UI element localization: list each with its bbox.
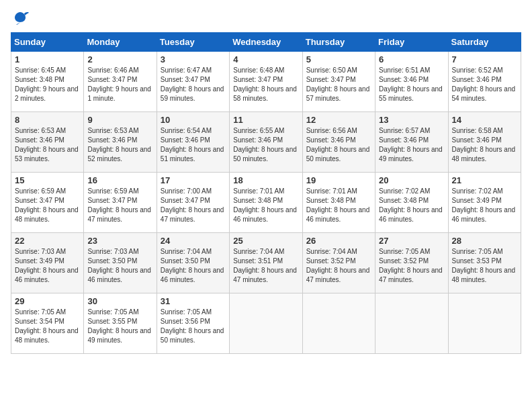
day-number: 28 xyxy=(452,236,517,246)
day-info: Sunrise: 6:51 AMSunset: 3:46 PMDaylight:… xyxy=(379,66,443,102)
calendar-cell: 11Sunrise: 6:55 AMSunset: 3:46 PMDayligh… xyxy=(230,112,302,173)
day-number: 2 xyxy=(87,54,152,64)
calendar-cell: 21Sunrise: 7:02 AMSunset: 3:49 PMDayligh… xyxy=(448,173,521,233)
calendar-cell: 12Sunrise: 6:56 AMSunset: 3:46 PMDayligh… xyxy=(302,112,375,173)
day-number: 10 xyxy=(161,115,226,125)
logo-bird-icon xyxy=(11,11,30,26)
calendar-cell: 13Sunrise: 6:57 AMSunset: 3:46 PMDayligh… xyxy=(375,112,448,173)
calendar-cell: 24Sunrise: 7:04 AMSunset: 3:50 PMDayligh… xyxy=(157,233,229,293)
calendar-cell: 27Sunrise: 7:05 AMSunset: 3:52 PMDayligh… xyxy=(375,233,448,293)
calendar-cell: 8Sunrise: 6:53 AMSunset: 3:46 PMDaylight… xyxy=(11,112,84,173)
day-number: 14 xyxy=(452,115,517,125)
day-number: 11 xyxy=(233,115,298,125)
day-number: 13 xyxy=(379,115,444,125)
day-number: 17 xyxy=(161,175,226,185)
calendar-cell: 20Sunrise: 7:02 AMSunset: 3:48 PMDayligh… xyxy=(375,173,448,233)
calendar-cell: 22Sunrise: 7:03 AMSunset: 3:49 PMDayligh… xyxy=(11,233,84,293)
calendar-cell: 14Sunrise: 6:58 AMSunset: 3:46 PMDayligh… xyxy=(448,112,521,173)
calendar-cell xyxy=(302,293,375,354)
day-number: 4 xyxy=(233,54,298,64)
day-info: Sunrise: 6:50 AMSunset: 3:47 PMDaylight:… xyxy=(306,66,370,102)
weekday-header-wednesday: Wednesday xyxy=(230,33,302,52)
day-info: Sunrise: 7:00 AMSunset: 3:47 PMDaylight:… xyxy=(161,187,224,223)
calendar-cell: 25Sunrise: 7:04 AMSunset: 3:51 PMDayligh… xyxy=(230,233,302,293)
day-number: 20 xyxy=(379,175,444,185)
calendar-cell: 5Sunrise: 6:50 AMSunset: 3:47 PMDaylight… xyxy=(302,52,375,112)
day-number: 18 xyxy=(233,175,298,185)
day-info: Sunrise: 6:53 AMSunset: 3:46 PMDaylight:… xyxy=(15,127,79,163)
day-info: Sunrise: 7:01 AMSunset: 3:48 PMDaylight:… xyxy=(233,187,297,223)
calendar-week-2: 8Sunrise: 6:53 AMSunset: 3:46 PMDaylight… xyxy=(11,112,521,173)
calendar-cell: 28Sunrise: 7:05 AMSunset: 3:53 PMDayligh… xyxy=(448,233,521,293)
calendar-cell: 15Sunrise: 6:59 AMSunset: 3:47 PMDayligh… xyxy=(11,173,84,233)
calendar-cell: 10Sunrise: 6:54 AMSunset: 3:46 PMDayligh… xyxy=(157,112,229,173)
day-info: Sunrise: 6:59 AMSunset: 3:47 PMDaylight:… xyxy=(87,187,151,223)
day-number: 24 xyxy=(161,236,226,246)
header xyxy=(11,11,521,26)
day-info: Sunrise: 7:04 AMSunset: 3:51 PMDaylight:… xyxy=(233,248,297,283)
day-info: Sunrise: 6:45 AMSunset: 3:48 PMDaylight:… xyxy=(15,66,79,102)
day-number: 9 xyxy=(87,115,152,125)
day-info: Sunrise: 6:58 AMSunset: 3:46 PMDaylight:… xyxy=(452,127,516,163)
calendar-cell: 3Sunrise: 6:47 AMSunset: 3:47 PMDaylight… xyxy=(157,52,229,112)
day-number: 21 xyxy=(452,175,517,185)
day-number: 12 xyxy=(306,115,371,125)
calendar-cell xyxy=(230,293,302,354)
day-number: 3 xyxy=(161,54,226,64)
weekday-header-friday: Friday xyxy=(375,33,448,52)
calendar-cell: 1Sunrise: 6:45 AMSunset: 3:48 PMDaylight… xyxy=(11,52,84,112)
weekday-header-saturday: Saturday xyxy=(448,33,521,52)
day-info: Sunrise: 7:05 AMSunset: 3:53 PMDaylight:… xyxy=(452,248,516,283)
day-info: Sunrise: 7:03 AMSunset: 3:49 PMDaylight:… xyxy=(15,248,79,283)
day-info: Sunrise: 7:05 AMSunset: 3:55 PMDaylight:… xyxy=(87,308,151,344)
calendar-cell: 7Sunrise: 6:52 AMSunset: 3:46 PMDaylight… xyxy=(448,52,521,112)
day-info: Sunrise: 6:57 AMSunset: 3:46 PMDaylight:… xyxy=(379,127,443,163)
day-number: 6 xyxy=(379,54,444,64)
calendar-week-1: 1Sunrise: 6:45 AMSunset: 3:48 PMDaylight… xyxy=(11,52,521,112)
calendar-cell: 29Sunrise: 7:05 AMSunset: 3:54 PMDayligh… xyxy=(11,293,84,354)
calendar-cell: 16Sunrise: 6:59 AMSunset: 3:47 PMDayligh… xyxy=(84,173,157,233)
calendar-cell: 26Sunrise: 7:04 AMSunset: 3:52 PMDayligh… xyxy=(302,233,375,293)
day-number: 27 xyxy=(379,236,444,246)
day-info: Sunrise: 7:02 AMSunset: 3:49 PMDaylight:… xyxy=(452,187,516,223)
calendar-header-row: SundayMondayTuesdayWednesdayThursdayFrid… xyxy=(11,33,521,52)
calendar-cell: 17Sunrise: 7:00 AMSunset: 3:47 PMDayligh… xyxy=(157,173,229,233)
weekday-header-thursday: Thursday xyxy=(302,33,375,52)
calendar-cell xyxy=(375,293,448,354)
day-info: Sunrise: 7:05 AMSunset: 3:54 PMDaylight:… xyxy=(15,308,79,344)
day-info: Sunrise: 6:56 AMSunset: 3:46 PMDaylight:… xyxy=(306,127,370,163)
day-info: Sunrise: 7:04 AMSunset: 3:52 PMDaylight:… xyxy=(306,248,370,283)
calendar-cell: 6Sunrise: 6:51 AMSunset: 3:46 PMDaylight… xyxy=(375,52,448,112)
weekday-header-tuesday: Tuesday xyxy=(157,33,229,52)
calendar-cell: 23Sunrise: 7:03 AMSunset: 3:50 PMDayligh… xyxy=(84,233,157,293)
day-number: 19 xyxy=(306,175,371,185)
day-number: 15 xyxy=(15,175,80,185)
day-number: 23 xyxy=(87,236,152,246)
day-info: Sunrise: 6:48 AMSunset: 3:47 PMDaylight:… xyxy=(233,66,297,102)
calendar-week-4: 22Sunrise: 7:03 AMSunset: 3:49 PMDayligh… xyxy=(11,233,521,293)
day-info: Sunrise: 6:54 AMSunset: 3:46 PMDaylight:… xyxy=(161,127,224,163)
day-number: 7 xyxy=(452,54,517,64)
day-info: Sunrise: 7:02 AMSunset: 3:48 PMDaylight:… xyxy=(379,187,443,223)
calendar-cell: 18Sunrise: 7:01 AMSunset: 3:48 PMDayligh… xyxy=(230,173,302,233)
day-info: Sunrise: 7:04 AMSunset: 3:50 PMDaylight:… xyxy=(161,248,224,283)
calendar-cell xyxy=(448,293,521,354)
calendar-cell: 31Sunrise: 7:05 AMSunset: 3:56 PMDayligh… xyxy=(157,293,229,354)
day-info: Sunrise: 6:53 AMSunset: 3:46 PMDaylight:… xyxy=(87,127,151,163)
weekday-header-sunday: Sunday xyxy=(11,33,84,52)
calendar-cell: 9Sunrise: 6:53 AMSunset: 3:46 PMDaylight… xyxy=(84,112,157,173)
day-info: Sunrise: 6:52 AMSunset: 3:46 PMDaylight:… xyxy=(452,66,516,102)
day-number: 29 xyxy=(15,296,80,306)
logo xyxy=(11,11,32,26)
day-info: Sunrise: 6:46 AMSunset: 3:47 PMDaylight:… xyxy=(87,66,151,102)
day-info: Sunrise: 6:59 AMSunset: 3:47 PMDaylight:… xyxy=(15,187,79,223)
day-info: Sunrise: 7:03 AMSunset: 3:50 PMDaylight:… xyxy=(87,248,151,283)
calendar-cell: 4Sunrise: 6:48 AMSunset: 3:47 PMDaylight… xyxy=(230,52,302,112)
day-info: Sunrise: 6:55 AMSunset: 3:46 PMDaylight:… xyxy=(233,127,297,163)
day-number: 26 xyxy=(306,236,371,246)
day-info: Sunrise: 7:05 AMSunset: 3:52 PMDaylight:… xyxy=(379,248,443,283)
calendar-cell: 30Sunrise: 7:05 AMSunset: 3:55 PMDayligh… xyxy=(84,293,157,354)
day-number: 25 xyxy=(233,236,298,246)
calendar-cell: 2Sunrise: 6:46 AMSunset: 3:47 PMDaylight… xyxy=(84,52,157,112)
calendar-cell: 19Sunrise: 7:01 AMSunset: 3:48 PMDayligh… xyxy=(302,173,375,233)
